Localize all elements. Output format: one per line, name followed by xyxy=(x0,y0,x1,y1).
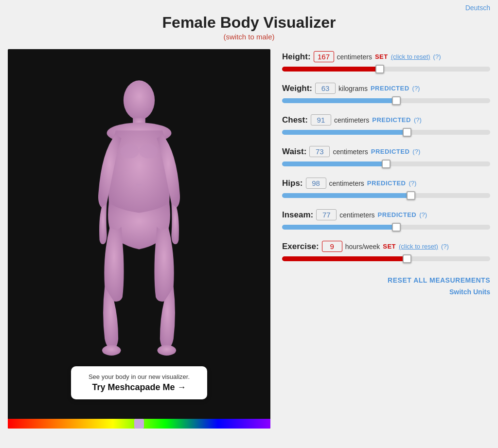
rainbow-thumb[interactable] xyxy=(134,419,144,429)
switch-gender-link[interactable]: (switch to male) xyxy=(223,33,274,41)
exercise-reset-link[interactable]: (click to reset) xyxy=(399,243,438,250)
rainbow-bar[interactable] xyxy=(8,419,270,429)
inseam-unit: centimeters xyxy=(339,211,374,219)
switch-units-button[interactable]: Switch Units xyxy=(449,288,490,296)
weight-help-link[interactable]: (?) xyxy=(412,85,420,92)
height-label: Height: xyxy=(282,52,311,62)
main-content: See your body in our new visualizer. Try… xyxy=(0,49,498,429)
visualizer-panel: See your body in our new visualizer. Try… xyxy=(8,49,270,429)
chest-unit: centimeters xyxy=(334,116,369,124)
weight-unit: kilograms xyxy=(338,85,368,92)
chest-label: Chest: xyxy=(282,115,308,125)
height-control: Height: 167 centimeters SET (click to re… xyxy=(282,51,490,73)
waist-slider[interactable] xyxy=(282,160,490,168)
chest-help-link[interactable]: (?) xyxy=(414,116,422,124)
height-slider[interactable] xyxy=(282,65,490,73)
body-figure xyxy=(8,49,270,399)
page-title: Female Body Visualizer xyxy=(0,14,498,32)
page-title-section: Female Body Visualizer xyxy=(0,14,498,32)
language-link[interactable]: Deutsch xyxy=(465,4,490,12)
waist-badge: PREDICTED xyxy=(371,148,410,155)
exercise-unit: hours/week xyxy=(345,243,380,251)
weight-value[interactable]: 63 xyxy=(315,83,336,94)
weight-label: Weight: xyxy=(282,84,312,93)
exercise-badge: SET xyxy=(383,243,396,250)
chest-badge: PREDICTED xyxy=(372,116,411,124)
svg-point-4 xyxy=(158,345,177,356)
svg-point-3 xyxy=(102,345,121,356)
height-unit: centimeters xyxy=(337,53,372,61)
top-bar: Deutsch xyxy=(0,0,498,14)
svg-point-5 xyxy=(120,144,139,159)
exercise-control: Exercise: 9 hours/week SET (click to res… xyxy=(282,241,490,263)
inseam-control: Inseam: 77 centimeters PREDICTED (?) xyxy=(282,209,490,231)
inseam-slider[interactable] xyxy=(282,223,490,231)
body-svg xyxy=(86,78,193,370)
hips-help-link[interactable]: (?) xyxy=(409,179,416,187)
reset-all-button[interactable]: RESET ALL MEASUREMENTS xyxy=(388,276,490,284)
waist-unit: centimeters xyxy=(333,148,368,156)
inseam-value[interactable]: 77 xyxy=(316,209,337,220)
chest-control: Chest: 91 centimeters PREDICTED (?) xyxy=(282,114,490,136)
exercise-label: Exercise: xyxy=(282,242,319,251)
waist-label: Waist: xyxy=(282,147,306,157)
svg-point-0 xyxy=(124,80,155,120)
height-help-link[interactable]: (?) xyxy=(433,53,441,60)
weight-badge: PREDICTED xyxy=(371,85,409,92)
bottom-actions: RESET ALL MEASUREMENTS Switch Units xyxy=(282,276,490,296)
inseam-badge: PREDICTED xyxy=(378,211,417,218)
weight-control: Weight: 63 kilograms PREDICTED (?) xyxy=(282,83,490,105)
hips-badge: PREDICTED xyxy=(367,179,406,187)
waist-value[interactable]: 73 xyxy=(309,146,330,157)
exercise-slider[interactable] xyxy=(282,255,490,263)
inseam-label: Inseam: xyxy=(282,210,313,220)
height-value[interactable]: 167 xyxy=(314,51,334,62)
waist-control: Waist: 73 centimeters PREDICTED (?) xyxy=(282,146,490,168)
chest-value[interactable]: 91 xyxy=(311,114,331,125)
height-badge: SET xyxy=(375,53,388,60)
hips-unit: centimeters xyxy=(329,179,364,187)
switch-gender-section: (switch to male) xyxy=(0,33,498,41)
hips-label: Hips: xyxy=(282,179,303,188)
svg-point-7 xyxy=(136,183,142,186)
inseam-help-link[interactable]: (?) xyxy=(419,211,427,218)
meshcapade-banner[interactable]: See your body in our new visualizer. Try… xyxy=(71,366,207,399)
height-reset-link[interactable]: (click to reset) xyxy=(391,53,430,60)
chest-slider[interactable] xyxy=(282,128,490,136)
waist-help-link[interactable]: (?) xyxy=(412,148,420,155)
controls-panel: Height: 167 centimeters SET (click to re… xyxy=(282,49,490,429)
hips-slider[interactable] xyxy=(282,192,490,199)
exercise-help-link[interactable]: (?) xyxy=(441,243,449,250)
svg-point-6 xyxy=(139,144,158,159)
exercise-value[interactable]: 9 xyxy=(322,241,342,252)
hips-control: Hips: 98 centimeters PREDICTED (?) xyxy=(282,178,490,199)
banner-bottom-text[interactable]: Try Meshcapade Me → xyxy=(82,382,196,393)
hips-value[interactable]: 98 xyxy=(306,178,326,189)
weight-slider[interactable] xyxy=(282,97,490,105)
banner-top-text: See your body in our new visualizer. xyxy=(82,373,196,380)
